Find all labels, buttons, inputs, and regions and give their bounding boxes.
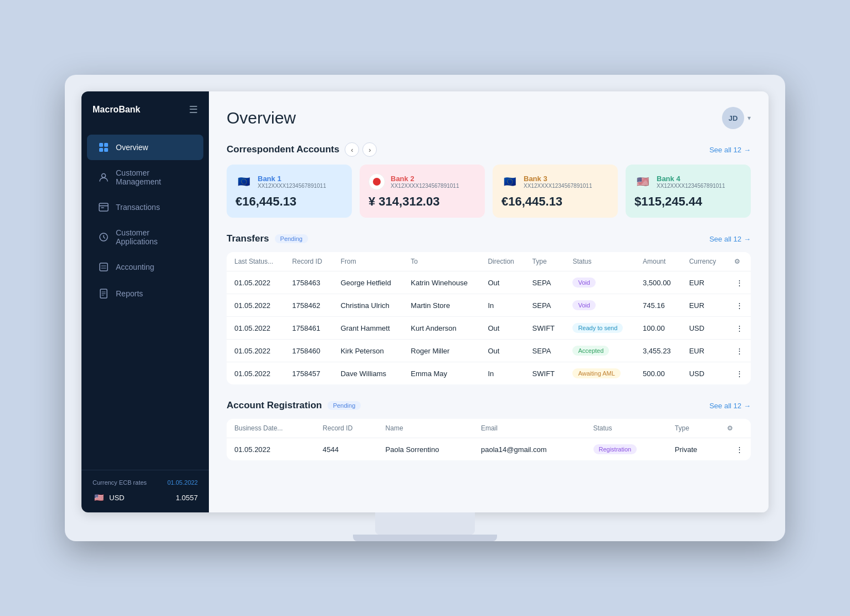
col-status: Status: [565, 252, 635, 271]
hamburger-icon[interactable]: ☰: [189, 104, 198, 116]
svg-rect-3: [104, 148, 108, 152]
table-row: 01.05.2022 4544 Paola Sorrentino paola14…: [227, 438, 751, 461]
svg-rect-9: [100, 263, 107, 271]
account-registration-see-all[interactable]: See all 12 →: [709, 402, 751, 410]
transfer-to-4: Emma May: [403, 362, 480, 385]
page-title: Overview: [227, 109, 296, 127]
bank2-amount: ¥ 314,312.03: [368, 194, 476, 209]
prev-account-button[interactable]: ‹: [345, 142, 359, 157]
customer-applications-icon: [98, 232, 109, 243]
usd-flag: 🇺🇸: [93, 491, 105, 504]
user-avatar[interactable]: JD: [722, 107, 744, 129]
bank-card-4[interactable]: 🇺🇸 Bank 4 XX12XXXX1234567891011 $115,245…: [626, 165, 751, 218]
sidebar-item-accounting[interactable]: Accounting: [87, 254, 203, 280]
sidebar-footer: Currency ECB rates 01.05.2022 🇺🇸 USD 1.0…: [81, 470, 209, 512]
transfer-date-0: 01.05.2022: [227, 271, 284, 294]
transfer-amount-0: 3,500.00: [635, 271, 682, 294]
transfer-menu-2[interactable]: ⋮: [726, 317, 751, 340]
transfer-menu-1[interactable]: ⋮: [726, 294, 751, 317]
transfer-from-4: Dave Williams: [333, 362, 403, 385]
transfer-menu-4[interactable]: ⋮: [726, 362, 751, 385]
transfer-date-3: 01.05.2022: [227, 340, 284, 362]
transfers-title: Transfers: [227, 233, 269, 244]
transfer-date-1: 01.05.2022: [227, 294, 284, 317]
bank3-flag: 🇪🇺: [501, 173, 518, 190]
sidebar-header: MacroBank ☰: [81, 91, 209, 128]
bank1-flag: 🇪🇺: [235, 173, 252, 190]
user-menu[interactable]: JD ▾: [722, 107, 751, 129]
transfer-status-4: Awaiting AML: [565, 362, 635, 385]
bank4-flag: 🇺🇸: [634, 173, 651, 190]
transfer-direction-0: Out: [480, 271, 524, 294]
account-registration-table-wrapper: Business Date... Record ID Name Email St…: [227, 419, 751, 460]
transfer-status-3: Accepted: [565, 340, 635, 362]
transfer-menu-0[interactable]: ⋮: [726, 271, 751, 294]
col-email: Email: [473, 419, 586, 438]
bank4-amount: $115,245.44: [634, 194, 742, 209]
reg-menu-0[interactable]: ⋮: [719, 438, 751, 461]
account-registration-table: Business Date... Record ID Name Email St…: [227, 419, 751, 460]
account-registration-badge: Pending: [327, 401, 361, 410]
svg-rect-1: [104, 143, 108, 147]
reg-date-0: 01.05.2022: [227, 438, 315, 461]
table-row: 01.05.2022 1758460 Kirk Peterson Roger M…: [227, 340, 751, 362]
col-business-date: Business Date...: [227, 419, 315, 438]
sidebar: MacroBank ☰ Ov: [81, 91, 209, 512]
sidebar-item-customer-management[interactable]: Customer Management: [87, 161, 203, 193]
transfer-date-2: 01.05.2022: [227, 317, 284, 340]
transfer-type-2: SWIFT: [525, 317, 565, 340]
col-direction: Direction: [480, 252, 524, 271]
transfer-status-1: Void: [565, 294, 635, 317]
correspondent-accounts-title: Correspondent Accounts: [227, 144, 339, 155]
transfer-from-2: Grant Hammett: [333, 317, 403, 340]
sidebar-item-label-overview: Overview: [116, 143, 148, 152]
sidebar-item-customer-applications[interactable]: Customer Applications: [87, 221, 203, 253]
transfer-menu-3[interactable]: ⋮: [726, 340, 751, 362]
transfer-type-0: SEPA: [525, 271, 565, 294]
transfer-to-2: Kurt Anderson: [403, 317, 480, 340]
correspondent-accounts-see-all[interactable]: See all 12 →: [709, 146, 751, 154]
col-name: Name: [378, 419, 473, 438]
col-amount: Amount: [635, 252, 682, 271]
col-settings[interactable]: ⚙: [726, 252, 751, 271]
ecb-label: Currency ECB rates: [93, 479, 147, 486]
currency-code: USD: [109, 494, 124, 502]
sidebar-item-label-reports: Reports: [116, 289, 143, 298]
col-settings-reg[interactable]: ⚙: [719, 419, 751, 438]
bank4-account: XX12XXXX1234567891011: [657, 183, 725, 189]
sidebar-item-reports[interactable]: Reports: [87, 281, 203, 306]
bank2-account: XX12XXXX1234567891011: [391, 183, 459, 189]
reg-email-0: paola14@gmail.com: [473, 438, 586, 461]
svg-point-4: [102, 174, 106, 178]
transfer-direction-2: Out: [480, 317, 524, 340]
table-row: 01.05.2022 1758457 Dave Williams Emma Ma…: [227, 362, 751, 385]
bank1-amount: €16,445.13: [235, 194, 343, 209]
table-row: 01.05.2022 1758463 George Hetfield Katri…: [227, 271, 751, 294]
bank-card-1[interactable]: 🇪🇺 Bank 1 XX12XXXX1234567891011 €16,445.…: [227, 165, 352, 218]
transfer-type-3: SEPA: [525, 340, 565, 362]
bank-card-3[interactable]: 🇪🇺 Bank 3 XX12XXXX1234567891011 €16,445.…: [493, 165, 618, 218]
col-currency: Currency: [682, 252, 727, 271]
col-to: To: [403, 252, 480, 271]
col-last-status: Last Status...: [227, 252, 284, 271]
transfer-record-1: 1758462: [284, 294, 332, 317]
table-row: 01.05.2022 1758461 Grant Hammett Kurt An…: [227, 317, 751, 340]
bank1-name: Bank 1: [258, 174, 326, 183]
transfer-record-2: 1758461: [284, 317, 332, 340]
bank3-name: Bank 3: [524, 174, 592, 183]
transfers-see-all[interactable]: See all 12 →: [709, 235, 751, 243]
account-registration-section: Account Registration Pending See all 12 …: [227, 400, 751, 460]
table-row: 01.05.2022 1758462 Christina Ulrich Mart…: [227, 294, 751, 317]
col-status-reg: Status: [586, 419, 667, 438]
avatar-dropdown-icon[interactable]: ▾: [747, 114, 751, 122]
next-account-button[interactable]: ›: [362, 142, 377, 157]
transfer-currency-3: EUR: [682, 340, 727, 362]
transfer-direction-1: In: [480, 294, 524, 317]
transfer-record-0: 1758463: [284, 271, 332, 294]
transfer-to-1: Martin Store: [403, 294, 480, 317]
bank-card-2[interactable]: Bank 2 XX12XXXX1234567891011 ¥ 314,312.0…: [360, 165, 485, 218]
sidebar-item-transactions[interactable]: Transactions: [87, 194, 203, 220]
accounting-icon: [98, 261, 109, 273]
sidebar-item-label-ca: Customer Applications: [116, 228, 192, 246]
sidebar-item-overview[interactable]: Overview: [87, 135, 203, 160]
